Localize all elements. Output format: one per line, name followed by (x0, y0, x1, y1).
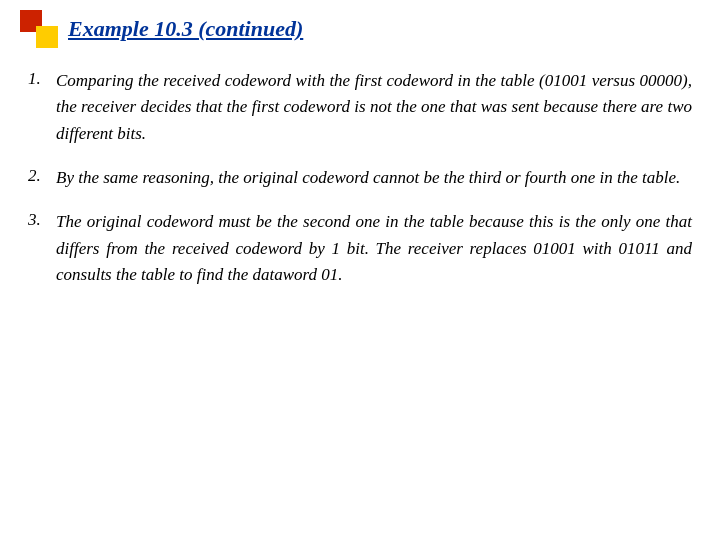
item-text-2: By the same reasoning, the original code… (56, 165, 692, 191)
list-item-1: 1. Comparing the received codeword with … (28, 68, 692, 147)
item-number-1: 1. (28, 68, 56, 89)
list-item-2: 2. By the same reasoning, the original c… (28, 165, 692, 191)
list-item-3: 3. The original codeword must be the sec… (28, 209, 692, 288)
item-number-2: 2. (28, 165, 56, 186)
content: 1. Comparing the received codeword with … (0, 56, 720, 318)
header-decoration (20, 10, 58, 48)
header: Example 10.3 (continued) (0, 0, 720, 56)
page: Example 10.3 (continued) 1. Comparing th… (0, 0, 720, 540)
page-title: Example 10.3 (continued) (68, 16, 303, 42)
item-number-3: 3. (28, 209, 56, 230)
item-text-3: The original codeword must be the second… (56, 209, 692, 288)
item-text-1: Comparing the received codeword with the… (56, 68, 692, 147)
dec-yellow (36, 26, 58, 48)
